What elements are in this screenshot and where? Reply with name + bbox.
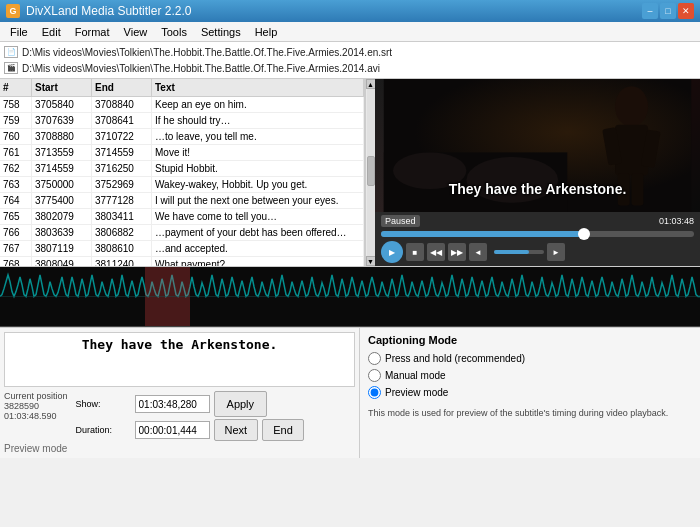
radio-preview[interactable]: Preview mode: [368, 386, 692, 399]
app-icon: G: [6, 4, 20, 18]
table-header: # Start End Text: [0, 79, 364, 97]
video-background: They have the Arkenstone.: [375, 79, 700, 212]
radio-press-hold[interactable]: Press and hold (recommended): [368, 352, 692, 365]
cell-end: 3806882: [92, 225, 152, 240]
svg-point-2: [615, 86, 648, 126]
apply-button[interactable]: Apply: [214, 391, 268, 417]
table-row[interactable]: 760 3708880 3710722 …to leave, you tell …: [0, 129, 364, 145]
video-subtitle-text: They have the Arkenstone.: [375, 181, 700, 197]
cell-end: 3808610: [92, 241, 152, 256]
table-row[interactable]: 758 3705840 3708840 Keep an eye on him.: [0, 97, 364, 113]
table-row[interactable]: 765 3802079 3803411 We have come to tell…: [0, 209, 364, 225]
prev-button[interactable]: ◀◀: [427, 243, 445, 261]
table-row[interactable]: 768 3808049 3811240 What payment?: [0, 257, 364, 266]
cell-num: 763: [0, 177, 32, 192]
caption-mode-panel: Captioning Mode Press and hold (recommen…: [360, 328, 700, 458]
scroll-track[interactable]: [367, 89, 375, 256]
close-button[interactable]: ✕: [678, 3, 694, 19]
minimize-button[interactable]: –: [642, 3, 658, 19]
radio-manual[interactable]: Manual mode: [368, 369, 692, 382]
table-row[interactable]: 759 3707639 3708641 If he should try…: [0, 113, 364, 129]
vol-down-button[interactable]: ◄: [469, 243, 487, 261]
menu-edit[interactable]: Edit: [36, 25, 67, 39]
time-fields: Show: Apply Duration: Next End: [76, 391, 355, 441]
col-header-num: #: [0, 79, 32, 96]
cell-text: …to leave, you tell me.: [152, 129, 364, 144]
avi-file-icon: 🎬: [4, 62, 18, 74]
table-row[interactable]: 766 3803639 3806882 …payment of your deb…: [0, 225, 364, 241]
srt-file-icon: 📄: [4, 46, 18, 58]
cell-start: 3808049: [32, 257, 92, 266]
current-position-value: 3828590: [4, 401, 68, 411]
maximize-button[interactable]: □: [660, 3, 676, 19]
menu-file[interactable]: File: [4, 25, 34, 39]
menu-bar: File Edit Format View Tools Settings Hel…: [0, 22, 700, 42]
cell-num: 768: [0, 257, 32, 266]
volume-fill: [494, 250, 529, 254]
cell-num: 759: [0, 113, 32, 128]
table-row[interactable]: 767 3807119 3808610 …and accepted.: [0, 241, 364, 257]
play-button[interactable]: ▶: [381, 241, 403, 263]
menu-settings[interactable]: Settings: [195, 25, 247, 39]
radio-preview-input[interactable]: [368, 386, 381, 399]
volume-bar[interactable]: [494, 250, 544, 254]
menu-help[interactable]: Help: [249, 25, 284, 39]
scroll-up-arrow[interactable]: ▲: [366, 79, 376, 89]
cell-text: Move it!: [152, 145, 364, 160]
cell-text: We have come to tell you…: [152, 209, 364, 224]
table-row[interactable]: 763 3750000 3752969 Wakey-wakey, Hobbit.…: [0, 177, 364, 193]
file-paths: 📄 D:\Mis videos\Movies\Tolkien\The.Hobbi…: [0, 42, 700, 79]
position-info: Current position 3828590 01:03:48.590: [4, 391, 68, 421]
progress-fill: [381, 231, 584, 237]
radio-group: Press and hold (recommended) Manual mode…: [368, 352, 692, 399]
vol-up-button[interactable]: ►: [547, 243, 565, 261]
next-button[interactable]: ▶▶: [448, 243, 466, 261]
video-progress-bar[interactable]: [381, 231, 694, 237]
cell-num: 761: [0, 145, 32, 160]
table-scrollbar[interactable]: ▲ ▼: [365, 79, 375, 266]
progress-thumb[interactable]: [578, 228, 590, 240]
waveform-area[interactable]: waveform data: [0, 267, 700, 327]
radio-preview-label: Preview mode: [385, 387, 448, 398]
stop-button[interactable]: ■: [406, 243, 424, 261]
title-bar: G DivXLand Media Subtitler 2.2.0 – □ ✕: [0, 0, 700, 22]
cell-num: 764: [0, 193, 32, 208]
cell-start: 3714559: [32, 161, 92, 176]
radio-manual-label: Manual mode: [385, 370, 446, 381]
show-time-input[interactable]: [135, 395, 210, 413]
scroll-thumb[interactable]: [367, 156, 375, 186]
duration-time-input[interactable]: [135, 421, 210, 439]
avi-path: D:\Mis videos\Movies\Tolkien\The.Hobbit.…: [22, 63, 380, 74]
radio-manual-input[interactable]: [368, 369, 381, 382]
cell-text: Keep an eye on him.: [152, 97, 364, 112]
window-controls: – □ ✕: [642, 3, 694, 19]
table-row[interactable]: 764 3775400 3777128 I will put the next …: [0, 193, 364, 209]
cell-num: 766: [0, 225, 32, 240]
duration-label: Duration:: [76, 425, 131, 435]
preview-mode-status: Preview mode: [4, 441, 355, 454]
radio-press-hold-label: Press and hold (recommended): [385, 353, 525, 364]
cell-num: 765: [0, 209, 32, 224]
cell-start: 3803639: [32, 225, 92, 240]
table-row[interactable]: 761 3713559 3714559 Move it!: [0, 145, 364, 161]
cell-text: If he should try…: [152, 113, 364, 128]
cell-end: 3811240: [92, 257, 152, 266]
menu-view[interactable]: View: [118, 25, 154, 39]
subtitle-textarea[interactable]: They have the Arkenstone.: [4, 332, 355, 387]
video-area: They have the Arkenstone.: [375, 79, 700, 212]
end-button[interactable]: End: [262, 419, 304, 441]
video-time: 01:03:48: [659, 216, 694, 226]
cell-text: …and accepted.: [152, 241, 364, 256]
cell-end: 3714559: [92, 145, 152, 160]
next-button[interactable]: Next: [214, 419, 259, 441]
table-row[interactable]: 762 3714559 3716250 Stupid Hobbit.: [0, 161, 364, 177]
srt-path-row: 📄 D:\Mis videos\Movies\Tolkien\The.Hobbi…: [4, 44, 696, 60]
menu-tools[interactable]: Tools: [155, 25, 193, 39]
cell-text: Stupid Hobbit.: [152, 161, 364, 176]
video-status-row: Paused 01:03:48: [381, 215, 694, 227]
main-area: # Start End Text 758 3705840 3708840 Kee…: [0, 79, 700, 267]
scroll-down-arrow[interactable]: ▼: [366, 256, 376, 266]
radio-press-hold-input[interactable]: [368, 352, 381, 365]
menu-format[interactable]: Format: [69, 25, 116, 39]
table-body[interactable]: 758 3705840 3708840 Keep an eye on him. …: [0, 97, 364, 266]
